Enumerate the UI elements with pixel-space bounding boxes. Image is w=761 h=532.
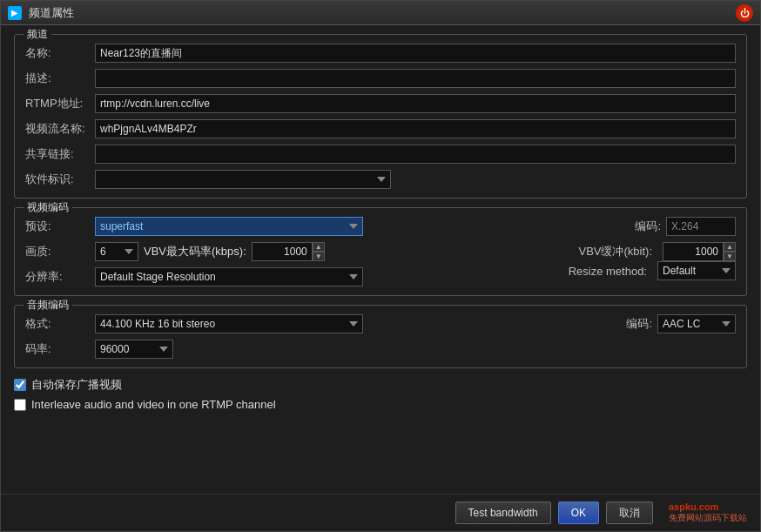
auto-save-label: 自动保存广播视频 — [31, 377, 122, 393]
watermark-domain: aspku.com — [669, 502, 718, 512]
channel-section: 频道 名称: 描述: RTMP地址: 视频流名称: 共享链接: — [14, 34, 747, 199]
name-input[interactable] — [95, 44, 736, 63]
audio-codec-label: 编码: — [626, 316, 652, 332]
vbv-buffer-input[interactable] — [663, 242, 724, 261]
vbv-buffer-row: VBV缓冲(kbit): ▲ ▼ — [398, 242, 736, 261]
quality-group: 6 1 2 3 4 5 7 VBV最大码率(kbps): — [95, 242, 325, 261]
quality-select[interactable]: 6 1 2 3 4 5 7 — [95, 242, 138, 261]
video-left: 预设: superfast ultrafast veryfast faster … — [25, 217, 380, 286]
vbv-buffer-down-button[interactable]: ▼ — [724, 252, 736, 261]
audio-encoding-grid: 格式: 44.100 KHz 16 bit stereo 44.100 KHz … — [25, 314, 736, 359]
resolution-row: 分辨率: Default Stage Resolution 1920x1080 … — [25, 267, 363, 286]
vbv-max-label: VBV最大码率(kbps): — [144, 244, 246, 259]
footer: Test bandwidth OK 取消 aspku.com 免费网站源码下载站 — [1, 494, 760, 531]
interleave-label: Interleave audio and video in one RTMP c… — [31, 398, 276, 411]
preset-select[interactable]: superfast ultrafast veryfast faster fast… — [95, 217, 363, 236]
audio-encoding-section: 音频编码 格式: 44.100 KHz 16 bit stereo 44.100… — [14, 305, 747, 368]
stream-row: 视频流名称: — [25, 119, 736, 138]
main-window: ▶ 频道属性 ⏻ 频道 名称: 描述: RTMP地址: 视频流名称: — [0, 0, 761, 532]
share-row: 共享链接: — [25, 145, 736, 164]
software-row: 软件标识: OBS xsplit — [25, 170, 736, 189]
vbv-input[interactable] — [252, 242, 313, 261]
format-label: 格式: — [25, 316, 95, 332]
video-encoding-title: 视频编码 — [24, 200, 72, 215]
auto-save-checkbox[interactable] — [14, 379, 26, 391]
title-bar: ▶ 频道属性 ⏻ — [1, 1, 760, 25]
watermark-subtext: 免费网站源码下载站 — [669, 513, 747, 522]
codec-label: 编码: — [635, 219, 661, 234]
resolution-label: 分辨率: — [25, 269, 95, 285]
auto-save-row: 自动保存广播视频 — [14, 377, 747, 393]
desc-label: 描述: — [25, 71, 95, 86]
interleave-row: Interleave audio and video in one RTMP c… — [14, 398, 747, 411]
video-right: 编码: X.264 VBV缓冲(kbit): ▲ ▼ — [380, 217, 736, 286]
resize-select[interactable]: Default Bilinear Bicubic — [657, 261, 736, 280]
codec-row: 编码: X.264 — [398, 217, 736, 236]
quality-label: 画质: — [25, 244, 95, 259]
audio-codec-row: 编码: AAC LC MP3 AAC — [398, 314, 736, 333]
vbv-down-button[interactable]: ▼ — [313, 252, 325, 261]
format-select[interactable]: 44.100 KHz 16 bit stereo 44.100 KHz 16 b… — [95, 314, 363, 333]
quality-row: 画质: 6 1 2 3 4 5 7 VBV最大码率(kbps) — [25, 242, 363, 261]
share-label: 共享链接: — [25, 146, 95, 162]
video-encoding-grid: 预设: superfast ultrafast veryfast faster … — [25, 217, 736, 286]
desc-input[interactable] — [95, 69, 736, 88]
vbv-buffer-wrap: ▲ ▼ — [663, 242, 736, 261]
vbv-buffer-spinners: ▲ ▼ — [724, 242, 736, 261]
vbv-up-button[interactable]: ▲ — [313, 242, 325, 252]
codec-value: X.264 — [666, 217, 736, 236]
rtmp-row: RTMP地址: — [25, 94, 736, 113]
preset-label: 预设: — [25, 219, 95, 234]
desc-row: 描述: — [25, 69, 736, 88]
stream-label: 视频流名称: — [25, 121, 95, 137]
channel-section-title: 频道 — [24, 27, 51, 42]
share-input[interactable] — [95, 145, 736, 164]
vbv-spinners: ▲ ▼ — [313, 242, 325, 261]
bitrate-label: 码率: — [25, 341, 95, 357]
cancel-button[interactable]: 取消 — [606, 502, 653, 524]
stream-input[interactable] — [95, 119, 736, 138]
resize-label: Resize method: — [569, 265, 647, 278]
test-bandwidth-button[interactable]: Test bandwidth — [455, 502, 551, 524]
bitrate-select[interactable]: 96000 64000 128000 192000 — [95, 340, 173, 359]
preset-row: 预设: superfast ultrafast veryfast faster … — [25, 217, 363, 236]
resolution-select[interactable]: Default Stage Resolution 1920x1080 1280x… — [95, 267, 363, 286]
content-area: 频道 名称: 描述: RTMP地址: 视频流名称: 共享链接: — [1, 25, 760, 494]
format-row: 格式: 44.100 KHz 16 bit stereo 44.100 KHz … — [25, 314, 363, 333]
software-select[interactable]: OBS xsplit — [95, 170, 391, 189]
name-row: 名称: — [25, 44, 736, 63]
close-button[interactable]: ⏻ — [736, 4, 753, 22]
vbv-input-wrap: ▲ ▼ — [252, 242, 325, 261]
audio-codec-select[interactable]: AAC LC MP3 AAC — [657, 314, 736, 333]
bitrate-row: 码率: 96000 64000 128000 192000 — [25, 340, 363, 359]
audio-right: 编码: AAC LC MP3 AAC — [380, 314, 736, 359]
ok-button[interactable]: OK — [558, 502, 599, 524]
rtmp-input[interactable] — [95, 94, 736, 113]
name-label: 名称: — [25, 45, 95, 61]
window-title: 频道属性 — [29, 5, 736, 21]
audio-left: 格式: 44.100 KHz 16 bit stereo 44.100 KHz … — [25, 314, 380, 359]
vbv-buffer-label: VBV缓冲(kbit): — [578, 244, 652, 259]
rtmp-label: RTMP地址: — [25, 96, 95, 111]
watermark: aspku.com 免费网站源码下载站 — [669, 502, 747, 524]
vbv-buffer-up-button[interactable]: ▲ — [724, 242, 736, 252]
resize-row: Resize method: Default Bilinear Bicubic — [398, 261, 736, 280]
window-icon: ▶ — [8, 6, 22, 20]
interleave-checkbox[interactable] — [14, 399, 26, 411]
video-encoding-section: 视频编码 预设: superfast ultrafast veryfast fa… — [14, 207, 747, 296]
audio-encoding-title: 音频编码 — [24, 298, 72, 313]
software-label: 软件标识: — [25, 172, 95, 187]
